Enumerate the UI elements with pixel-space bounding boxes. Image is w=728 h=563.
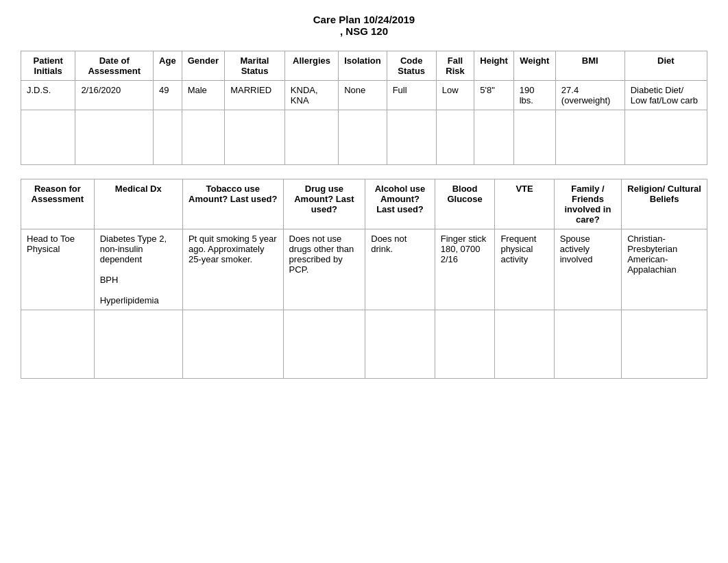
cell-marital-status: MARRIED bbox=[225, 81, 285, 110]
col-header-patient-initials: Patient Initials bbox=[21, 51, 75, 81]
title-section: Care Plan 10/24/2019 , NSG 120 bbox=[21, 14, 707, 37]
table-row-empty bbox=[21, 310, 707, 379]
cell-blood-glucose: Finger stick 180, 0700 2/16 bbox=[435, 229, 495, 310]
cell-drug: Does not use drugs other than prescribed… bbox=[283, 229, 365, 310]
col-header-weight: Weight bbox=[513, 51, 555, 81]
cell-medical-dx: Diabetes Type 2, non-insulin dependent B… bbox=[94, 229, 182, 310]
col-header-code-status: Code Status bbox=[387, 51, 436, 81]
page-title-line1: Care Plan 10/24/2019 bbox=[21, 14, 707, 25]
cell-tobacco: Pt quit smoking 5 year ago. Approximatel… bbox=[182, 229, 283, 310]
cell-fall-risk: Low bbox=[436, 81, 474, 110]
col-header-height: Height bbox=[474, 51, 513, 81]
page-title-line2: , NSG 120 bbox=[21, 25, 707, 37]
table-row: J.D.S. 2/16/2020 49 Male MARRIED KNDA, K… bbox=[21, 81, 707, 110]
col-header-reason: Reason for Assessment bbox=[21, 179, 95, 229]
table-row-empty bbox=[21, 110, 707, 165]
cell-weight: 190 lbs. bbox=[513, 81, 555, 110]
cell-code-status: Full bbox=[387, 81, 436, 110]
cell-reason: Head to Toe Physical bbox=[21, 229, 95, 310]
cell-height: 5'8" bbox=[474, 81, 513, 110]
cell-isolation: None bbox=[339, 81, 387, 110]
cell-religion: Christian-Presbyterian American-Appalach… bbox=[622, 229, 707, 310]
assessment-detail-table: Reason for Assessment Medical Dx Tobacco… bbox=[21, 179, 707, 379]
cell-vte: Frequent physical activity bbox=[495, 229, 554, 310]
patient-info-table: Patient Initials Date of Assessment Age … bbox=[21, 51, 707, 165]
col-header-blood-glucose: Blood Glucose bbox=[435, 179, 495, 229]
col-header-alcohol: Alcohol use Amount? Last used? bbox=[365, 179, 435, 229]
col-header-vte: VTE bbox=[495, 179, 554, 229]
col-header-fall-risk: Fall Risk bbox=[436, 51, 474, 81]
col-header-tobacco: Tobacco use Amount? Last used? bbox=[182, 179, 283, 229]
col-header-diet: Diet bbox=[624, 51, 707, 81]
col-header-medical-dx: Medical Dx bbox=[94, 179, 182, 229]
col-header-gender: Gender bbox=[182, 51, 225, 81]
cell-family: Spouse actively involved bbox=[554, 229, 621, 310]
cell-bmi: 27.4 (overweight) bbox=[555, 81, 624, 110]
cell-patient-initials: J.D.S. bbox=[21, 81, 75, 110]
col-header-bmi: BMI bbox=[555, 51, 624, 81]
cell-date-assessment: 2/16/2020 bbox=[75, 81, 154, 110]
cell-diet: Diabetic Diet/ Low fat/Low carb bbox=[624, 81, 707, 110]
col-header-drug: Drug use Amount? Last used? bbox=[283, 179, 365, 229]
col-header-marital-status: Marital Status bbox=[225, 51, 285, 81]
col-header-date-assessment: Date of Assessment bbox=[75, 51, 154, 81]
cell-gender: Male bbox=[182, 81, 225, 110]
col-header-allergies: Allergies bbox=[284, 51, 338, 81]
col-header-age: Age bbox=[154, 51, 182, 81]
col-header-isolation: Isolation bbox=[339, 51, 387, 81]
cell-age: 49 bbox=[154, 81, 182, 110]
page-container: Care Plan 10/24/2019 , NSG 120 Patient I… bbox=[0, 0, 728, 406]
cell-allergies: KNDA, KNA bbox=[284, 81, 338, 110]
col-header-family: Family / Friends involved in care? bbox=[554, 179, 621, 229]
table-row: Head to Toe Physical Diabetes Type 2, no… bbox=[21, 229, 707, 310]
cell-alcohol: Does not drink. bbox=[365, 229, 435, 310]
col-header-religion: Religion/ Cultural Beliefs bbox=[622, 179, 707, 229]
